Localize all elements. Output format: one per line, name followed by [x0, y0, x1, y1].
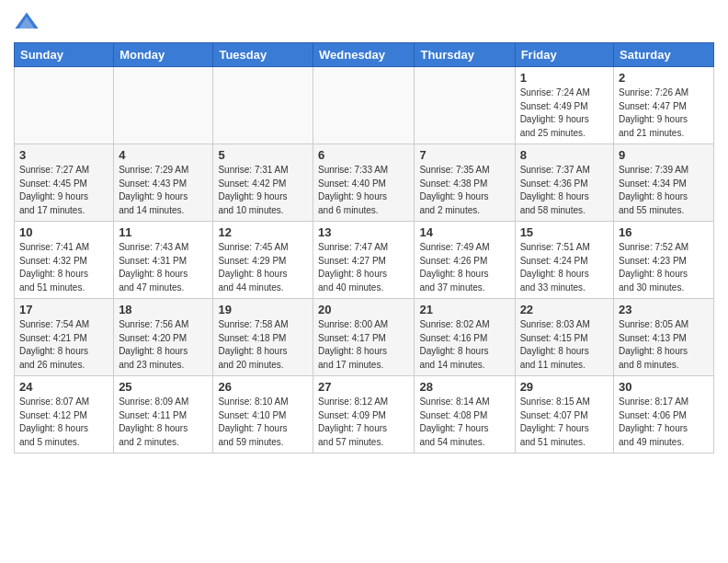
day-info: Sunrise: 7:58 AM Sunset: 4:18 PM Dayligh… [218, 318, 308, 372]
day-info: Sunrise: 7:24 AM Sunset: 4:49 PM Dayligh… [520, 86, 609, 140]
calendar-cell [415, 67, 515, 144]
day-info: Sunrise: 8:02 AM Sunset: 4:16 PM Dayligh… [419, 318, 509, 372]
day-info: Sunrise: 7:49 AM Sunset: 4:26 PM Dayligh… [419, 241, 509, 294]
day-number: 22 [520, 303, 609, 316]
day-number: 23 [619, 303, 709, 316]
calendar-week-row: 17Sunrise: 7:54 AM Sunset: 4:21 PM Dayli… [15, 299, 714, 376]
day-info: Sunrise: 7:51 AM Sunset: 4:24 PM Dayligh… [520, 241, 609, 294]
day-number: 13 [318, 225, 409, 239]
day-info: Sunrise: 8:07 AM Sunset: 4:12 PM Dayligh… [19, 396, 108, 449]
day-info: Sunrise: 7:54 AM Sunset: 4:21 PM Dayligh… [19, 318, 108, 372]
day-info: Sunrise: 7:56 AM Sunset: 4:20 PM Dayligh… [119, 318, 208, 372]
day-number: 4 [119, 148, 208, 162]
day-number: 12 [218, 225, 308, 239]
calendar-cell: 6Sunrise: 7:33 AM Sunset: 4:40 PM Daylig… [313, 144, 415, 222]
day-number: 9 [619, 148, 709, 162]
day-number: 28 [419, 380, 509, 394]
day-number: 18 [119, 303, 208, 316]
day-info: Sunrise: 8:05 AM Sunset: 4:13 PM Dayligh… [619, 318, 709, 372]
calendar-cell: 24Sunrise: 8:07 AM Sunset: 4:12 PM Dayli… [15, 376, 114, 454]
day-number: 21 [419, 303, 509, 316]
day-info: Sunrise: 8:14 AM Sunset: 4:08 PM Dayligh… [419, 396, 509, 449]
calendar-cell: 30Sunrise: 8:17 AM Sunset: 4:06 PM Dayli… [614, 376, 714, 454]
day-info: Sunrise: 7:26 AM Sunset: 4:47 PM Dayligh… [619, 86, 709, 140]
day-number: 27 [318, 380, 409, 394]
day-number: 3 [19, 148, 108, 162]
day-info: Sunrise: 7:35 AM Sunset: 4:38 PM Dayligh… [419, 164, 509, 217]
day-number: 10 [19, 225, 108, 239]
calendar-cell: 15Sunrise: 7:51 AM Sunset: 4:24 PM Dayli… [515, 222, 613, 299]
calendar: Sunday Monday Tuesday Wednesday Thursday… [14, 42, 714, 454]
day-info: Sunrise: 8:15 AM Sunset: 4:07 PM Dayligh… [520, 396, 609, 449]
logo [14, 9, 43, 35]
day-info: Sunrise: 7:27 AM Sunset: 4:45 PM Dayligh… [19, 164, 108, 217]
calendar-cell: 22Sunrise: 8:03 AM Sunset: 4:15 PM Dayli… [515, 299, 613, 376]
col-sunday: Sunday [15, 43, 114, 67]
calendar-week-row: 24Sunrise: 8:07 AM Sunset: 4:12 PM Dayli… [15, 376, 714, 454]
day-number: 14 [419, 225, 509, 239]
day-info: Sunrise: 7:47 AM Sunset: 4:27 PM Dayligh… [318, 241, 409, 294]
day-number: 7 [419, 148, 509, 162]
page: Sunday Monday Tuesday Wednesday Thursday… [0, 0, 728, 563]
day-info: Sunrise: 8:10 AM Sunset: 4:10 PM Dayligh… [218, 396, 308, 449]
col-monday: Monday [114, 43, 213, 67]
day-info: Sunrise: 7:41 AM Sunset: 4:32 PM Dayligh… [19, 241, 108, 294]
logo-icon [14, 9, 40, 35]
calendar-week-row: 3Sunrise: 7:27 AM Sunset: 4:45 PM Daylig… [15, 144, 714, 222]
day-number: 25 [119, 380, 208, 394]
day-info: Sunrise: 7:33 AM Sunset: 4:40 PM Dayligh… [318, 164, 409, 217]
day-number: 20 [318, 303, 409, 316]
day-number: 16 [619, 225, 709, 239]
col-saturday: Saturday [614, 43, 714, 67]
day-number: 1 [520, 71, 609, 85]
day-number: 2 [619, 71, 709, 85]
calendar-cell: 23Sunrise: 8:05 AM Sunset: 4:13 PM Dayli… [614, 299, 714, 376]
calendar-cell: 28Sunrise: 8:14 AM Sunset: 4:08 PM Dayli… [415, 376, 515, 454]
calendar-week-row: 1Sunrise: 7:24 AM Sunset: 4:49 PM Daylig… [15, 67, 714, 144]
day-info: Sunrise: 8:17 AM Sunset: 4:06 PM Dayligh… [619, 396, 709, 449]
calendar-cell: 27Sunrise: 8:12 AM Sunset: 4:09 PM Dayli… [313, 376, 415, 454]
day-number: 19 [218, 303, 308, 316]
day-info: Sunrise: 7:52 AM Sunset: 4:23 PM Dayligh… [619, 241, 709, 294]
calendar-cell: 21Sunrise: 8:02 AM Sunset: 4:16 PM Dayli… [415, 299, 515, 376]
day-number: 29 [520, 380, 609, 394]
day-info: Sunrise: 7:45 AM Sunset: 4:29 PM Dayligh… [218, 241, 308, 294]
day-number: 6 [318, 148, 409, 162]
day-info: Sunrise: 7:37 AM Sunset: 4:36 PM Dayligh… [520, 164, 609, 217]
calendar-cell: 16Sunrise: 7:52 AM Sunset: 4:23 PM Dayli… [614, 222, 714, 299]
day-number: 17 [19, 303, 108, 316]
day-number: 5 [218, 148, 308, 162]
calendar-cell [313, 67, 415, 144]
calendar-cell: 20Sunrise: 8:00 AM Sunset: 4:17 PM Dayli… [313, 299, 415, 376]
calendar-cell: 9Sunrise: 7:39 AM Sunset: 4:34 PM Daylig… [614, 144, 714, 222]
calendar-cell [213, 67, 313, 144]
calendar-cell: 3Sunrise: 7:27 AM Sunset: 4:45 PM Daylig… [15, 144, 114, 222]
day-info: Sunrise: 7:43 AM Sunset: 4:31 PM Dayligh… [119, 241, 208, 294]
calendar-cell: 25Sunrise: 8:09 AM Sunset: 4:11 PM Dayli… [114, 376, 213, 454]
day-number: 11 [119, 225, 208, 239]
calendar-cell: 7Sunrise: 7:35 AM Sunset: 4:38 PM Daylig… [415, 144, 515, 222]
calendar-cell: 8Sunrise: 7:37 AM Sunset: 4:36 PM Daylig… [515, 144, 613, 222]
calendar-cell: 4Sunrise: 7:29 AM Sunset: 4:43 PM Daylig… [114, 144, 213, 222]
calendar-cell: 12Sunrise: 7:45 AM Sunset: 4:29 PM Dayli… [213, 222, 313, 299]
day-info: Sunrise: 8:00 AM Sunset: 4:17 PM Dayligh… [318, 318, 409, 372]
calendar-cell: 5Sunrise: 7:31 AM Sunset: 4:42 PM Daylig… [213, 144, 313, 222]
calendar-cell: 10Sunrise: 7:41 AM Sunset: 4:32 PM Dayli… [15, 222, 114, 299]
calendar-week-row: 10Sunrise: 7:41 AM Sunset: 4:32 PM Dayli… [15, 222, 714, 299]
header [14, 9, 714, 35]
calendar-cell: 11Sunrise: 7:43 AM Sunset: 4:31 PM Dayli… [114, 222, 213, 299]
col-friday: Friday [515, 43, 613, 67]
calendar-cell: 29Sunrise: 8:15 AM Sunset: 4:07 PM Dayli… [515, 376, 613, 454]
day-info: Sunrise: 8:03 AM Sunset: 4:15 PM Dayligh… [520, 318, 609, 372]
day-number: 24 [19, 380, 108, 394]
day-info: Sunrise: 7:29 AM Sunset: 4:43 PM Dayligh… [119, 164, 208, 217]
calendar-cell: 26Sunrise: 8:10 AM Sunset: 4:10 PM Dayli… [213, 376, 313, 454]
calendar-cell: 19Sunrise: 7:58 AM Sunset: 4:18 PM Dayli… [213, 299, 313, 376]
calendar-cell: 1Sunrise: 7:24 AM Sunset: 4:49 PM Daylig… [515, 67, 613, 144]
col-thursday: Thursday [415, 43, 515, 67]
day-info: Sunrise: 7:39 AM Sunset: 4:34 PM Dayligh… [619, 164, 709, 217]
col-wednesday: Wednesday [313, 43, 415, 67]
calendar-cell: 17Sunrise: 7:54 AM Sunset: 4:21 PM Dayli… [15, 299, 114, 376]
day-info: Sunrise: 8:12 AM Sunset: 4:09 PM Dayligh… [318, 396, 409, 449]
calendar-cell: 13Sunrise: 7:47 AM Sunset: 4:27 PM Dayli… [313, 222, 415, 299]
